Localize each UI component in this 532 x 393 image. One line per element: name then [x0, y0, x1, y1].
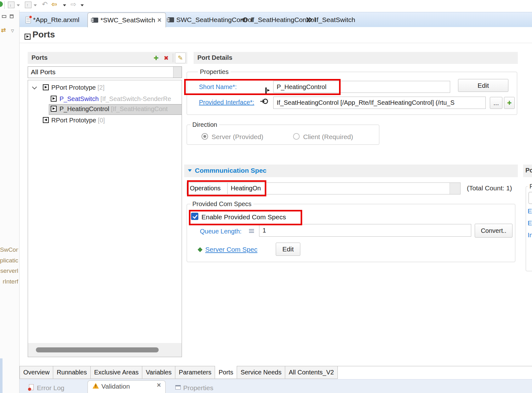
add-interface-button[interactable]: [504, 97, 515, 109]
enable-provided-com-specs-checkbox[interactable]: [191, 213, 198, 220]
button-label: Edit: [478, 82, 489, 89]
pport-icon: [51, 96, 57, 102]
export-icon[interactable]: [25, 2, 31, 8]
collapse-triangle-icon[interactable]: [188, 169, 192, 172]
cropped-link[interactable]: In: [528, 231, 532, 239]
client-server-interface-icon: [260, 98, 269, 105]
cropped-link[interactable]: E: [528, 207, 532, 215]
chevron-down-icon[interactable]: [32, 85, 37, 90]
cropped-panel-header: Po: [523, 165, 532, 177]
tab-service-needs[interactable]: Service Needs: [237, 366, 285, 379]
tab-label: Validation: [101, 383, 130, 390]
import-icon[interactable]: [8, 2, 14, 8]
short-name-label: Short Name*:: [199, 83, 237, 91]
tab-overview[interactable]: Overview: [20, 366, 53, 379]
tab-swc-seatswitch[interactable]: *SWC_SeatSwitch: [88, 13, 166, 27]
sender-receiver-interface-icon: [306, 16, 313, 23]
left-rail: SwCon plicatic serverl rInterf: [0, 10, 20, 393]
forward-icon[interactable]: [71, 1, 76, 8]
properties-legend: Properties: [198, 68, 230, 76]
back-history-dropdown-icon[interactable]: [63, 4, 66, 6]
edit-icon[interactable]: [175, 53, 186, 63]
tab-parameters[interactable]: Parameters: [175, 366, 215, 379]
tab-exclusive-areas[interactable]: Exclusive Areas: [90, 366, 142, 379]
last-edit-location-icon[interactable]: [42, 1, 48, 8]
queue-length-input[interactable]: [259, 224, 471, 237]
tree-suffix: [If_SeatSwitch-SenderRe: [99, 95, 171, 102]
port-details-title: Port Details: [197, 54, 232, 61]
communication-spec-header[interactable]: Commnunication Spec: [184, 165, 518, 177]
tab-properties[interactable]: Properties: [183, 384, 213, 392]
close-icon[interactable]: [157, 16, 161, 24]
ports-tree: PPort Prototype [2] P_SeatSwitch [If_Sea…: [28, 80, 182, 357]
client-required-label: Client (Required): [303, 133, 353, 141]
toolbar-separator: [173, 53, 173, 62]
ports-filter-combo[interactable]: All Ports: [28, 66, 182, 78]
component-icon: [92, 18, 98, 23]
cropped-link[interactable]: E: [528, 219, 532, 227]
dropdown-icon[interactable]: [17, 4, 20, 6]
forward-history-dropdown-icon[interactable]: [81, 4, 84, 6]
delete-icon[interactable]: [164, 54, 169, 62]
tab-label: *SWC_SeatSwitch: [100, 16, 155, 24]
ports-panel-header: Ports: [28, 52, 187, 64]
short-name-input[interactable]: [273, 81, 450, 93]
client-required-radio[interactable]: [293, 133, 300, 140]
convert-button[interactable]: Convert..: [475, 224, 512, 238]
tab-validation[interactable]: Validation: [88, 380, 166, 393]
provided-com-specs-legend: Provided Com Specs: [190, 200, 253, 208]
tab-label: If_SeatSwitch: [315, 16, 355, 24]
toolbar-separator: [4, 2, 5, 8]
link-with-editor-icon[interactable]: [1, 26, 6, 34]
combo-dropdown-button[interactable]: [173, 67, 182, 78]
back-icon[interactable]: [51, 1, 57, 8]
pport-icon: [43, 84, 49, 90]
tab-all-contents-v2[interactable]: All Contents_V2: [285, 366, 337, 379]
scrollbar-thumb[interactable]: [36, 347, 159, 352]
clipped-tree-label: SwCon: [0, 246, 18, 254]
server-com-spec-edit-button[interactable]: Edit: [276, 243, 300, 256]
provided-interface-input[interactable]: [273, 97, 486, 109]
list-icon: [249, 229, 254, 233]
error-log-icon: [29, 384, 34, 390]
server-provided-radio[interactable]: [201, 133, 208, 140]
clipped-tree-label: rInterf: [0, 278, 18, 286]
ports-section-icon[interactable]: [25, 34, 31, 40]
short-name-edit-button[interactable]: Edit: [458, 79, 508, 92]
pport-icon: [265, 87, 267, 94]
add-icon[interactable]: [154, 54, 159, 62]
server-com-spec-link[interactable]: Server Com Spec: [205, 246, 258, 253]
minimize-icon[interactable]: [2, 15, 6, 18]
arxml-file-icon: [25, 17, 31, 23]
queue-length-label: Queue Length:: [200, 228, 241, 235]
run-icon[interactable]: [0, 1, 3, 7]
editor-bottom-tabs: Overview Runnables Exclusive Areas Varia…: [20, 366, 338, 379]
warning-icon: [93, 383, 99, 389]
cropped-panel-title: Po: [525, 167, 532, 174]
tab-runnables[interactable]: Runnables: [53, 366, 91, 379]
tab-if-seatswitch[interactable]: If_SeatSwitch: [302, 12, 359, 27]
provided-interface-link[interactable]: Provided Interface*:: [199, 99, 254, 106]
tab-app-rte-arxml[interactable]: *App_Rte.arxml: [21, 12, 83, 27]
properties-icon: [175, 385, 181, 390]
maximize-icon[interactable]: [10, 14, 14, 18]
tab-ports[interactable]: Ports: [215, 366, 237, 379]
cropped-field[interactable]: [529, 192, 532, 204]
table-scrollbar-stub: [450, 183, 460, 194]
divider: [20, 43, 532, 43]
rport-icon: [43, 117, 49, 123]
operations-table-row[interactable]: Operations HeatingOn: [187, 182, 461, 194]
close-icon[interactable]: [157, 382, 161, 389]
client-server-interface-icon: [241, 16, 248, 23]
communication-spec-title: Commnunication Spec: [195, 167, 267, 174]
operations-column-header: Operations: [190, 185, 221, 192]
view-menu-dropdown-icon[interactable]: [11, 28, 14, 33]
tab-error-log[interactable]: Error Log: [37, 384, 65, 392]
total-count-label: (Total Count: 1): [467, 184, 512, 192]
tab-variables[interactable]: Variables: [142, 366, 175, 379]
clipped-tree-label: serverl: [0, 267, 18, 275]
tree-label: RPort Prototype: [51, 117, 96, 124]
browse-button[interactable]: ...: [490, 97, 502, 109]
dropdown-icon[interactable]: [34, 4, 37, 6]
clipped-tree-label: plicatic: [0, 257, 18, 265]
